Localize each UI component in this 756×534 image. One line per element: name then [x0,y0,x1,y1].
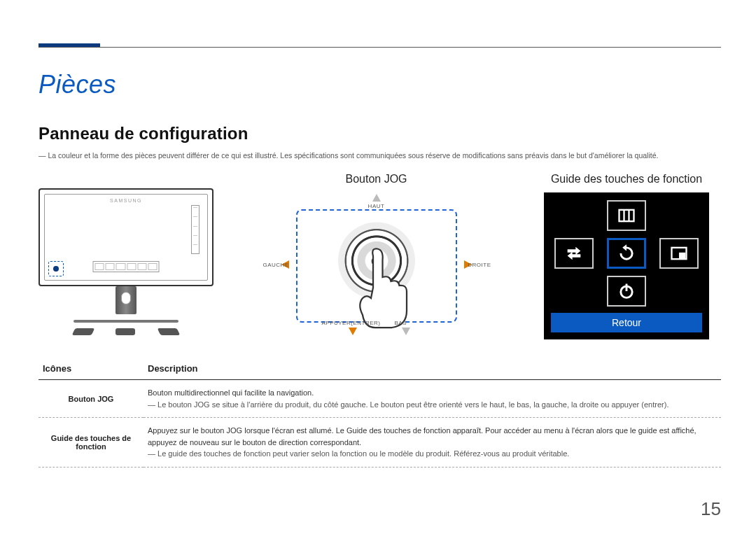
row-description: Appuyez sur le bouton JOG lorsque l'écra… [144,418,721,468]
function-key-guide-panel: Retour [544,192,709,339]
pip-icon [659,238,699,269]
subsection-title: Panneau de configuration [38,124,721,143]
page-number: 15 [701,498,721,520]
monitor-rear-view: SAMSUNG [38,188,214,342]
jog-title: Bouton JOG [227,173,525,185]
menu-icon [607,200,646,231]
row-description: Bouton multidirectionnel qui facilite la… [144,380,721,418]
monitor-body: SAMSUNG [38,188,214,286]
power-icon [607,276,646,307]
jog-button-dot [53,266,59,272]
function-key-guide-column: Guide des touches de fonction Retour [532,173,721,339]
monitor-stand-base [74,313,178,334]
label-down: BAS [395,320,407,326]
svg-rect-2 [619,210,634,221]
header-divider [38,47,721,48]
source-icon [554,238,594,269]
table-row: Guide des touches de fonction Appuyez su… [38,418,721,468]
header-accent-bar [38,43,100,47]
section-title: Pièces [38,70,721,99]
svg-rect-7 [679,253,685,258]
manual-page: { "page_number": "15", "section_title": … [0,0,756,534]
table-header-description: Description [144,358,721,380]
monitor-brand-text: SAMSUNG [110,198,142,203]
label-up: HAUT [368,203,385,209]
function-guide-title: Guide des touches de fonction [532,173,721,185]
svg-marker-5 [622,244,626,251]
label-press: APPUYER(ENTRER) [322,320,381,326]
table-row: Bouton JOG Bouton multidirectionnel qui … [38,380,721,418]
monitor-ports [93,261,160,272]
icons-description-table: Icônes Description Bouton JOG Bouton mul… [38,358,721,468]
table-header-icons: Icônes [38,358,144,380]
jog-diagram: HAUT BAS APPUYER(ENTRER) GAUCHE DROITE [265,191,489,338]
refresh-icon [607,238,646,269]
return-button: Retour [551,313,702,332]
monitor-illustration-column: SAMSUNG [38,173,220,342]
jog-button-column: Bouton JOG HAUT BAS APPUYER(ENTRER) GAUC… [227,173,525,338]
arrow-up-icon [372,194,381,202]
monitor-stand-neck [115,286,136,314]
illustration-row: SAMSUNG Bouton JOG [38,173,721,342]
row-icon-label: Bouton JOG [38,380,144,418]
monitor-side-ports [191,205,200,254]
row-icon-label: Guide des touches de fonction [38,418,144,468]
label-right: DROITE [468,262,491,268]
top-note: ― La couleur et la forme des pièces peuv… [38,150,721,160]
jog-button-callout [48,261,64,276]
label-left: GAUCHE [263,262,289,268]
